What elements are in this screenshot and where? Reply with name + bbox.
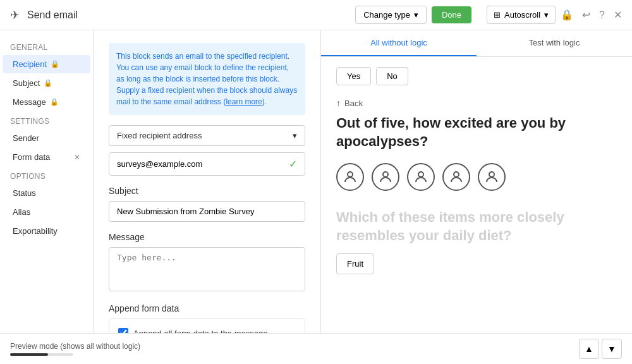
preview-footer: Preview mode (shows all without logic) ▲… — [321, 333, 632, 364]
subject-section: Subject — [109, 186, 305, 222]
svg-point-3 — [454, 172, 459, 177]
avatar-2 — [372, 163, 399, 191]
tab-test-with-logic[interactable]: Test with logic — [477, 30, 632, 56]
email-input[interactable] — [117, 159, 289, 169]
page-title: Send email — [27, 9, 348, 21]
done-button[interactable]: Done — [432, 6, 471, 23]
check-icon: ✓ — [289, 158, 297, 170]
sidebar-item-status[interactable]: Status — [3, 184, 90, 202]
info-box: This block sends an email to the specifi… — [109, 43, 305, 115]
back-arrow-icon: ↑ — [336, 98, 341, 108]
sidebar-item-subject[interactable]: Subject 🔒 — [3, 74, 90, 92]
nav-arrows: ▲ ▼ — [579, 339, 622, 359]
preview-content: Yes No ↑ Back Out of five, how excited a… — [321, 57, 632, 364]
prev-button[interactable]: ▲ — [579, 339, 599, 359]
append-title: Append form data — [109, 303, 305, 313]
svg-point-4 — [489, 172, 494, 177]
lock-icon: 🔒 — [44, 79, 52, 87]
avatar-4 — [442, 163, 470, 191]
lock-icon: 🔒 — [561, 9, 573, 21]
sidebar: General Recipient 🔒 Subject 🔒 Message 🔒 … — [0, 30, 94, 364]
preview-panel: All without logic Test with logic Yes No… — [321, 30, 632, 364]
avatar-row — [336, 163, 617, 191]
sidebar-item-sender[interactable]: Sender — [3, 129, 90, 147]
sidebar-item-message[interactable]: Message 🔒 — [3, 93, 90, 111]
sidebar-item-sender-label: Sender — [13, 133, 39, 143]
options-section-label: Options — [0, 167, 93, 183]
sidebar-item-form-data-label: Form data — [13, 152, 50, 162]
sidebar-item-recipient[interactable]: Recipient 🔒 — [3, 55, 90, 73]
svg-point-2 — [418, 172, 423, 177]
recipient-type-select[interactable]: Fixed recipient address ▾ — [109, 125, 305, 146]
chevron-down-icon: ▾ — [544, 10, 549, 20]
close-icon[interactable]: ✕ — [614, 9, 622, 21]
lock-icon: 🔒 — [50, 98, 59, 106]
svg-point-1 — [383, 172, 388, 177]
chevron-down-icon: ▾ — [414, 10, 418, 20]
fruit-option-button[interactable]: Fruit — [336, 253, 374, 274]
sidebar-item-recipient-label: Recipient — [13, 59, 47, 69]
content-panel: This block sends an email to the specifi… — [94, 30, 321, 364]
remove-icon[interactable]: ✕ — [74, 153, 80, 162]
general-section-label: General — [0, 38, 93, 54]
subject-label: Subject — [109, 186, 305, 196]
change-type-button[interactable]: Change type ▾ — [355, 6, 427, 24]
undo-icon[interactable]: ↩ — [582, 9, 590, 21]
sidebar-item-subject-label: Subject — [13, 78, 40, 88]
sidebar-item-alias[interactable]: Alias — [3, 203, 90, 221]
autoscroll-button[interactable]: ⊞ Autoscroll ▾ — [487, 6, 556, 24]
sidebar-item-exportability[interactable]: Exportability — [3, 222, 90, 240]
preview-question-2: Which of these items more closely resemb… — [336, 209, 617, 245]
avatar-1 — [336, 163, 364, 191]
back-button[interactable]: ↑ Back — [336, 98, 617, 108]
help-icon[interactable]: ? — [599, 9, 605, 21]
subject-input[interactable] — [109, 201, 305, 222]
email-input-wrapper: ✓ — [109, 152, 305, 176]
message-textarea[interactable] — [109, 247, 305, 291]
message-section: Message — [109, 232, 305, 293]
next-button[interactable]: ▼ — [602, 339, 622, 359]
preview-question-1: Out of five, how excited are you by apoc… — [336, 114, 617, 150]
send-email-icon: ✈ — [10, 8, 20, 22]
settings-section-label: Settings — [0, 112, 93, 128]
preview-tabs: All without logic Test with logic — [321, 30, 632, 57]
chevron-down-icon: ▾ — [293, 131, 297, 140]
no-button[interactable]: No — [376, 67, 408, 85]
svg-point-0 — [348, 172, 353, 177]
tab-all-without-logic[interactable]: All without logic — [321, 30, 477, 56]
avatar-3 — [407, 163, 435, 191]
sidebar-item-message-label: Message — [13, 97, 46, 107]
yes-no-row: Yes No — [336, 67, 617, 85]
yes-button[interactable]: Yes — [336, 67, 371, 85]
avatar-5 — [478, 163, 506, 191]
sidebar-item-form-data[interactable]: Form data ✕ — [3, 148, 90, 166]
message-label: Message — [109, 232, 305, 242]
learn-more-link[interactable]: learn more — [226, 97, 262, 106]
autoscroll-icon: ⊞ — [494, 10, 501, 20]
lock-icon: 🔒 — [51, 60, 59, 68]
